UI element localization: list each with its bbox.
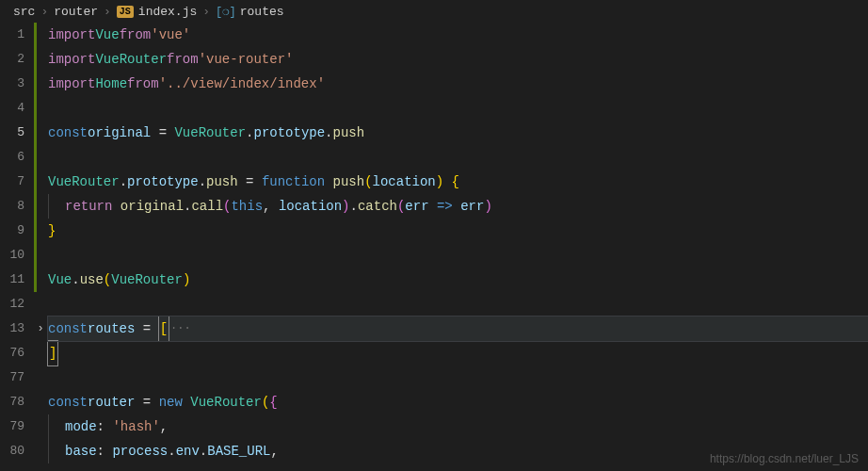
code-line: [48, 365, 868, 390]
breadcrumb-file[interactable]: index.js: [138, 5, 197, 19]
line-number[interactable]: 80: [0, 439, 24, 463]
line-number[interactable]: 11: [0, 268, 24, 292]
fold-chevron-icon[interactable]: ›: [35, 317, 46, 341]
line-number[interactable]: 12: [0, 292, 24, 317]
chevron-right-icon: ›: [104, 5, 111, 19]
code-line: VueRouter.prototype.push = function push…: [48, 170, 868, 194]
line-number[interactable]: 78: [0, 390, 24, 414]
code-line: return original.call(this, location).cat…: [48, 194, 868, 219]
line-number[interactable]: 13: [0, 317, 24, 341]
code-line: import VueRouter from 'vue-router': [48, 47, 868, 72]
code-line: Vue.use(VueRouter): [48, 268, 868, 292]
breadcrumb-symbol[interactable]: routes: [240, 5, 284, 19]
code-line: [48, 145, 868, 170]
line-number-gutter[interactable]: 1 2 3 4 5 6 7 8 9 10 11 12 13 76 77 78 7…: [0, 23, 34, 471]
code-line: }: [48, 219, 868, 243]
code-line: mode: 'hash',: [48, 414, 868, 439]
line-number[interactable]: 9: [0, 219, 24, 243]
code-editor[interactable]: 1 2 3 4 5 6 7 8 9 10 11 12 13 76 77 78 7…: [0, 23, 868, 471]
code-line: ›const routes = [···: [48, 317, 868, 341]
folded-ellipsis-icon[interactable]: ···: [170, 317, 191, 341]
line-number[interactable]: 79: [0, 414, 24, 439]
line-number[interactable]: 1: [0, 23, 24, 47]
variable-icon: [❍]: [216, 5, 236, 19]
code-line: const router = new VueRouter({: [48, 390, 868, 414]
js-file-icon: JS: [117, 6, 134, 18]
breadcrumb-item[interactable]: src: [13, 5, 35, 19]
line-number[interactable]: 4: [0, 96, 24, 121]
code-line: [48, 243, 868, 268]
code-line: [48, 292, 868, 317]
chevron-right-icon: ›: [40, 5, 48, 19]
line-number[interactable]: 2: [0, 47, 24, 72]
line-number[interactable]: 5: [0, 121, 24, 145]
code-line: [48, 96, 868, 121]
code-content[interactable]: import Vue from 'vue' import VueRouter f…: [37, 23, 868, 471]
line-number[interactable]: 3: [0, 72, 24, 96]
code-line: import Home from '../view/index/index': [48, 72, 868, 96]
line-number[interactable]: 10: [0, 243, 24, 268]
line-number[interactable]: 8: [0, 194, 24, 219]
line-number[interactable]: 76: [0, 341, 24, 365]
watermark: https://blog.csdn.net/luer_LJS: [710, 452, 859, 465]
code-line: const original = VueRouter.prototype.pus…: [48, 121, 868, 145]
code-line: ]: [48, 341, 868, 365]
breadcrumb[interactable]: src › router › JS index.js › [❍] routes: [0, 0, 868, 23]
breadcrumb-item[interactable]: router: [54, 5, 98, 19]
line-number[interactable]: 6: [0, 145, 24, 170]
line-number[interactable]: 77: [0, 365, 24, 390]
code-line: import Vue from 'vue': [48, 23, 868, 47]
line-number[interactable]: 7: [0, 170, 24, 194]
chevron-right-icon: ›: [202, 5, 210, 19]
